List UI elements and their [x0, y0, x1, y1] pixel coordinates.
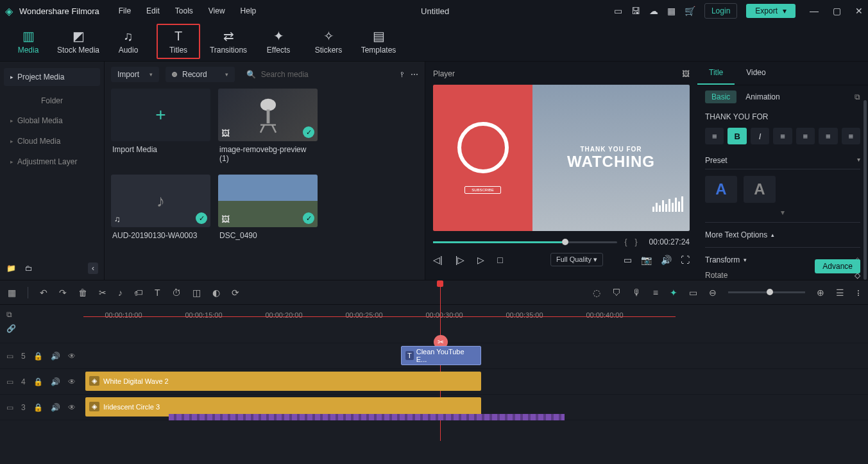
track-icon[interactable]: ▭ [6, 403, 13, 412]
visibility-icon[interactable]: 👁 [68, 403, 76, 412]
player-scrubber[interactable] [433, 241, 617, 243]
mic-icon[interactable]: 🎙 [633, 288, 642, 298]
lock-icon[interactable]: 🔒 [33, 403, 43, 412]
fullscreen-icon[interactable]: ⛶ [681, 255, 690, 265]
menu-file[interactable]: File [119, 6, 131, 15]
clip-strip[interactable] [169, 414, 565, 420]
marker-icon[interactable]: ◌ [593, 288, 600, 298]
quality-dropdown[interactable]: Full Quality ▾ [550, 253, 603, 266]
menu-edit[interactable]: Edit [146, 6, 160, 15]
tab-media[interactable]: ▥Media [6, 24, 50, 59]
cart-icon[interactable]: 🛒 [685, 6, 695, 16]
track-icon[interactable]: ▭ [6, 352, 13, 361]
bold-icon[interactable]: B [728, 128, 746, 144]
music-icon[interactable]: ♪ [118, 288, 123, 298]
text-icon[interactable]: T [155, 288, 160, 298]
player-canvas[interactable]: SUBSCRIBE THANK YOU FOR WATCHING [433, 85, 690, 231]
sub-basic[interactable]: Basic [705, 90, 736, 103]
magnet-icon[interactable]: ✦ [670, 288, 677, 298]
props-tab-video[interactable]: Video [735, 62, 777, 85]
apps-icon[interactable]: ▦ [667, 6, 676, 16]
sidebar-project-media[interactable]: Project Media [4, 68, 100, 86]
login-button[interactable]: Login [704, 3, 737, 19]
title-text-value[interactable]: THANK YOU FOR [705, 112, 860, 121]
speed-icon[interactable]: ⟳ [232, 288, 239, 298]
prev-frame-icon[interactable]: ◁| [433, 255, 443, 265]
cut-icon[interactable]: ✂ [99, 288, 106, 298]
volume-icon[interactable]: 🔊 [661, 255, 672, 265]
align-justify-icon[interactable]: ≡ [842, 128, 860, 144]
visibility-icon[interactable]: 👁 [68, 352, 76, 361]
cloud-icon[interactable]: ☁ [649, 6, 658, 16]
zoom-out-icon[interactable]: ⊖ [709, 288, 717, 298]
media-thumb[interactable]: ♪♫✓ AUD-20190130-WA0003 [111, 175, 210, 244]
screen-icon[interactable]: ▭ [614, 6, 622, 16]
new-folder-icon[interactable]: 🗀 [25, 264, 33, 273]
tab-audio[interactable]: ♫Audio [106, 24, 150, 59]
tab-templates[interactable]: ▤Templates [357, 24, 400, 59]
preset-style-1[interactable]: A [705, 176, 737, 203]
crop-icon[interactable]: ◫ [192, 288, 201, 298]
scrollbar[interactable] [864, 100, 867, 280]
import-dropdown[interactable]: Import [111, 67, 159, 82]
sub-animation[interactable]: Animation [745, 92, 779, 101]
tab-stock-media[interactable]: ◩Stock Media [56, 24, 100, 59]
stop-icon[interactable]: □ [497, 255, 502, 265]
snapshot-icon[interactable]: 🖼 [682, 69, 690, 78]
advance-button[interactable]: Advance [815, 259, 860, 273]
mute-icon[interactable]: 🔊 [51, 403, 60, 412]
settings-icon[interactable]: ⫶ [856, 288, 860, 298]
mute-icon[interactable]: 🔊 [51, 377, 60, 386]
frame-icon[interactable]: ▭ [689, 288, 697, 298]
media-thumb[interactable]: 🖼✓ DSC_0490 [218, 175, 318, 244]
tab-transitions[interactable]: ⇄Transitions [207, 24, 250, 59]
color-icon[interactable]: ◐ [212, 288, 220, 298]
menu-help[interactable]: Help [241, 6, 257, 15]
preset-style-2[interactable]: A [744, 176, 776, 203]
mute-icon[interactable]: 🔊 [51, 352, 60, 361]
props-tab-title[interactable]: Title [697, 62, 735, 85]
delete-icon[interactable]: 🗑 [78, 288, 87, 298]
grid-icon[interactable]: ▦ [8, 288, 16, 298]
timeline-ruler[interactable]: 00:00:10:00 00:00:15:00 00:00:20:00 00:0… [0, 305, 868, 325]
tab-titles[interactable]: TTitles [157, 24, 200, 59]
lock-icon[interactable]: 🔒 [33, 377, 43, 386]
menu-tools[interactable]: Tools [175, 6, 193, 15]
track-icon[interactable]: ▭ [6, 377, 13, 386]
expand-presets-icon[interactable]: ▾ [705, 208, 860, 217]
sidebar-item-adjustment[interactable]: Adjustment Layer [4, 151, 100, 172]
next-frame-icon[interactable]: |▷ [455, 255, 465, 265]
clip-effect[interactable]: ◈White Digital Wave 2 [85, 372, 481, 391]
more-text-options[interactable]: More Text Options▴ [705, 228, 860, 242]
timer-icon[interactable]: ⏱ [172, 288, 181, 298]
maximize-icon[interactable]: ▢ [833, 6, 841, 16]
filter-icon[interactable]: ⫯ [400, 70, 404, 79]
lock-icon[interactable]: 🔒 [33, 352, 43, 361]
tab-effects[interactable]: ✦Effects [257, 24, 300, 59]
shield-icon[interactable]: ⛉ [612, 288, 621, 298]
export-button[interactable]: Export▾ [746, 4, 796, 18]
zoom-in-icon[interactable]: ⊕ [817, 288, 824, 298]
sidebar-item-cloud[interactable]: Cloud Media [4, 131, 100, 151]
clip-title[interactable]: TClean YouTube E... [401, 346, 481, 365]
sidebar-item-global[interactable]: Global Media [4, 110, 100, 131]
search-input[interactable]: 🔍 Search media [241, 67, 394, 82]
preset-dropdown[interactable]: Preset [705, 152, 860, 169]
mark-in-icon[interactable]: { [625, 237, 627, 246]
undo-icon[interactable]: ↶ [40, 288, 47, 298]
redo-icon[interactable]: ↷ [59, 288, 67, 298]
media-thumb-import[interactable]: + Import Media [111, 89, 210, 167]
play-icon[interactable]: ▷ [477, 255, 484, 265]
more-icon[interactable]: ⋯ [411, 70, 418, 79]
align-center-icon[interactable]: ≡ [796, 128, 815, 144]
link-icon[interactable]: 🔗 [6, 324, 16, 333]
align-right-icon[interactable]: ≡ [819, 128, 837, 144]
display-icon[interactable]: ▭ [624, 255, 632, 265]
close-icon[interactable]: ✕ [855, 6, 863, 16]
visibility-icon[interactable]: 👁 [68, 377, 76, 386]
zoom-slider[interactable] [728, 291, 805, 293]
tab-stickers[interactable]: ✧Stickers [307, 24, 350, 59]
align-indent-icon[interactable]: ≡ [705, 128, 724, 144]
menu-view[interactable]: View [208, 6, 225, 15]
collapse-sidebar-icon[interactable]: ‹ [88, 262, 98, 274]
